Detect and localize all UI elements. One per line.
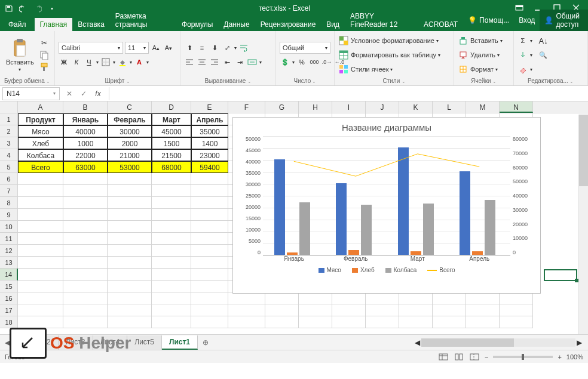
cell[interactable]: Продукт: [18, 113, 63, 125]
cell[interactable]: [108, 197, 152, 209]
cell[interactable]: 59400: [191, 161, 228, 173]
view-pagebreak-icon[interactable]: [469, 352, 480, 362]
name-box[interactable]: N14▾: [2, 87, 60, 100]
cell[interactable]: [399, 304, 433, 316]
zoom-in-button[interactable]: +: [558, 353, 561, 360]
cell[interactable]: [152, 245, 191, 257]
cell[interactable]: Январь: [63, 113, 108, 125]
cell[interactable]: 45000: [152, 125, 191, 137]
cell[interactable]: [18, 281, 63, 292]
borders-icon[interactable]: [100, 56, 111, 68]
font-name-select[interactable]: Calibri▾: [59, 42, 123, 54]
cell[interactable]: [108, 173, 152, 185]
bold-button[interactable]: Ж: [59, 56, 69, 68]
cell[interactable]: [466, 304, 500, 316]
conditional-formatting-button[interactable]: Условное форматирование▾: [338, 34, 450, 47]
cell[interactable]: [63, 257, 108, 269]
column-header[interactable]: G: [265, 101, 299, 113]
column-header[interactable]: B: [63, 101, 108, 113]
cell[interactable]: [108, 304, 152, 316]
align-left-icon[interactable]: [184, 56, 195, 68]
cell[interactable]: [63, 185, 108, 197]
cell[interactable]: [152, 185, 191, 197]
cell[interactable]: 30000: [108, 125, 152, 137]
insert-cells-button[interactable]: Вставить▾: [458, 34, 510, 47]
delete-cells-button[interactable]: Удалить▾: [458, 48, 510, 61]
wrap-text-icon[interactable]: [238, 42, 249, 54]
cell[interactable]: [63, 292, 108, 304]
cell[interactable]: [152, 316, 191, 328]
zoom-slider[interactable]: [493, 356, 553, 358]
column-header[interactable]: D: [152, 101, 191, 113]
cell[interactable]: [108, 185, 152, 197]
cell[interactable]: 21000: [108, 149, 152, 161]
cell[interactable]: [191, 304, 228, 316]
row-header[interactable]: 9: [0, 209, 18, 221]
horizontal-scrollbar[interactable]: ◀▶: [409, 338, 588, 347]
number-format-select[interactable]: Общий▾: [280, 42, 330, 54]
redo-icon[interactable]: [33, 4, 42, 13]
zoom-out-button[interactable]: −: [485, 353, 488, 360]
cell[interactable]: [265, 304, 299, 316]
signin-button[interactable]: Вход: [514, 14, 540, 27]
cell[interactable]: 1500: [152, 137, 191, 149]
cell[interactable]: [18, 257, 63, 269]
column-header[interactable]: L: [433, 101, 466, 113]
cell[interactable]: [299, 292, 332, 304]
cell[interactable]: [152, 269, 191, 281]
cell[interactable]: Мясо: [18, 125, 63, 137]
cell[interactable]: [18, 185, 63, 197]
cell[interactable]: [399, 292, 433, 304]
help-button[interactable]: 💡Помощ...: [463, 14, 514, 27]
cell[interactable]: 2000: [108, 137, 152, 149]
fx-icon[interactable]: fx: [91, 87, 105, 100]
row-header[interactable]: 12: [0, 245, 18, 257]
cell[interactable]: [63, 316, 108, 328]
cell[interactable]: Март: [152, 113, 191, 125]
row-header[interactable]: 2: [0, 125, 18, 137]
cell[interactable]: 21500: [152, 149, 191, 161]
format-cells-button[interactable]: Формат▾: [458, 63, 510, 76]
cell[interactable]: [152, 304, 191, 316]
paste-button[interactable]: Вставить▾: [4, 33, 36, 76]
cell[interactable]: Хлеб: [18, 137, 63, 149]
font-size-select[interactable]: 11▾: [125, 42, 149, 54]
row-header[interactable]: 13: [0, 257, 18, 269]
tab-abbyy[interactable]: ABBYY FineReader 12: [345, 10, 418, 31]
cell[interactable]: [466, 292, 500, 304]
column-header[interactable]: K: [399, 101, 433, 113]
format-painter-icon[interactable]: [39, 61, 50, 72]
align-top-icon[interactable]: ⬆: [184, 42, 195, 54]
decrease-indent-icon[interactable]: ⇤: [222, 56, 232, 68]
italic-button[interactable]: К: [71, 56, 82, 68]
select-all-corner[interactable]: [0, 101, 18, 113]
row-header[interactable]: 4: [0, 149, 18, 161]
column-header[interactable]: I: [332, 101, 366, 113]
undo-icon[interactable]: [19, 4, 27, 13]
row-header[interactable]: 18: [0, 316, 18, 328]
percent-icon[interactable]: %: [296, 56, 307, 68]
format-as-table-button[interactable]: Форматировать как таблицу▾: [338, 48, 450, 61]
row-header[interactable]: 5: [0, 161, 18, 173]
tab-data[interactable]: Данные: [218, 18, 255, 31]
cell[interactable]: [332, 292, 366, 304]
row-header[interactable]: 3: [0, 137, 18, 149]
chart[interactable]: Название диаграммы 500004500040000350003…: [232, 117, 541, 294]
cell[interactable]: [433, 304, 466, 316]
save-icon[interactable]: [5, 4, 13, 13]
cell[interactable]: [265, 316, 299, 328]
cell[interactable]: [191, 281, 228, 292]
cell[interactable]: [191, 233, 228, 245]
share-button[interactable]: 👤Общий доступ: [540, 10, 588, 31]
cell[interactable]: [152, 173, 191, 185]
cell[interactable]: 22000: [63, 149, 108, 161]
increase-indent-icon[interactable]: ⇥: [234, 56, 245, 68]
cell[interactable]: [191, 245, 228, 257]
row-header[interactable]: 6: [0, 173, 18, 185]
column-header[interactable]: J: [366, 101, 399, 113]
formula-input[interactable]: [109, 87, 588, 100]
cell[interactable]: [332, 304, 366, 316]
sheet-tab[interactable]: Лист1: [162, 335, 198, 350]
cell[interactable]: [191, 316, 228, 328]
cell[interactable]: [18, 173, 63, 185]
